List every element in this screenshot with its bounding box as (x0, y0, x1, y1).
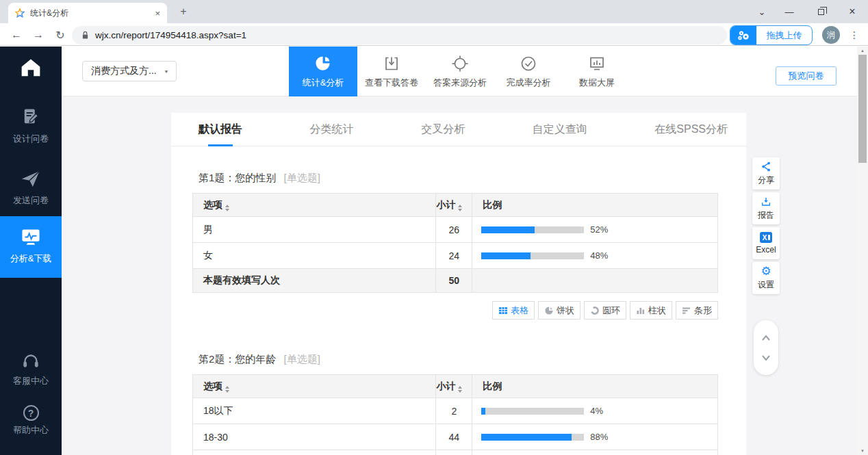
headset-icon (21, 352, 41, 369)
report-tab-cross[interactable]: 交叉分析 (421, 113, 465, 146)
url-text: wjx.cn/report/174954418.aspx?sat=1 (95, 30, 246, 40)
sidebar-label: 发送问卷 (0, 194, 62, 207)
floating-tools: 分享 报告 X Excel ⚙ (752, 157, 780, 297)
preview-questionnaire-button[interactable]: 预览问卷 (776, 66, 837, 86)
netdisk-upload-extension[interactable]: 拖拽上传 (730, 25, 813, 45)
tab-completion-rate[interactable]: 完成率分析 (494, 47, 563, 96)
nav-tab-label: 答案来源分析 (433, 77, 487, 89)
main-nav-tabs: 统计&分析 查看下载答卷 (289, 47, 631, 96)
tab-answer-source-analysis[interactable]: 答案来源分析 (426, 47, 494, 96)
window-close-button[interactable]: × (837, 0, 868, 23)
new-tab-button[interactable]: + (175, 5, 192, 19)
sort-icon[interactable] (225, 205, 229, 211)
excel-export-button[interactable]: X Excel (752, 227, 780, 259)
ratio-cell: 52% (472, 217, 718, 243)
survey-dropdown[interactable]: 消费方式及方... ▼ (82, 61, 177, 81)
back-button[interactable]: ← (8, 27, 25, 43)
minimize-button[interactable]: — (774, 0, 805, 23)
chevron-up-icon[interactable] (760, 334, 772, 341)
pie-icon (544, 306, 554, 315)
question-title-text: 第2题：您的年龄 (199, 353, 276, 365)
restore-icon (818, 9, 824, 15)
sidebar-item-send[interactable]: 发送问卷 (0, 168, 62, 207)
window-chevron-icon[interactable]: ⌄ (750, 0, 774, 23)
chart-type-bar-button[interactable]: 条形 (676, 301, 718, 320)
chart-type-column-button[interactable]: 柱状 (630, 301, 672, 320)
report-tab-spss[interactable]: 在线SPSS分析 (654, 113, 728, 146)
report-tab-custom[interactable]: 自定义查询 (533, 113, 587, 146)
chart-type-table-button[interactable]: 表格 (492, 301, 535, 320)
column-header-ratio: 比例 (472, 375, 718, 398)
address-bar[interactable]: wjx.cn/report/174954418.aspx?sat=1 (72, 26, 727, 44)
question-2-title: 第2题：您的年龄 [单选题] (199, 353, 718, 366)
report-download-button[interactable]: 报告 (752, 192, 780, 224)
scrollbar-thumb[interactable] (858, 55, 867, 163)
sidebar-item-service[interactable]: 客服中心 (0, 352, 62, 387)
reload-button[interactable]: ↻ (52, 27, 68, 43)
nav-tab-label: 查看下载答卷 (365, 77, 418, 89)
percent-label: 48% (590, 250, 608, 261)
ratio-bar-fill (481, 252, 531, 259)
share-icon (761, 161, 772, 172)
report-tab-category[interactable]: 分类统计 (310, 113, 354, 146)
settings-button[interactable]: ⚙ 设置 (752, 262, 780, 294)
share-button[interactable]: 分享 (752, 157, 780, 190)
table-row: 18以下 2 4% (193, 398, 718, 424)
scroll-down-icon[interactable]: ▼ (857, 449, 868, 453)
column-header-option[interactable]: 选项 (193, 375, 436, 398)
chart-type-donut-button[interactable]: 圆环 (584, 301, 626, 320)
table-icon (498, 306, 508, 315)
chart-type-pie-button[interactable]: 饼状 (538, 301, 580, 320)
bar-chart-icon (682, 306, 691, 315)
percent-label: 52% (590, 224, 608, 235)
maximize-button[interactable] (805, 0, 837, 23)
question-2-table: 选项 小计 比例 (192, 374, 718, 455)
question-mark: ? (28, 408, 34, 419)
column-header-count[interactable]: 小计 (436, 375, 472, 398)
page-body: 设计问卷 发送问卷 分析&下载 (0, 47, 868, 455)
crosshair-icon (451, 55, 469, 73)
column-header-option[interactable]: 选项 (193, 194, 436, 217)
empty-cell (472, 269, 718, 293)
chevron-down-icon[interactable] (760, 354, 772, 362)
sidebar-item-home[interactable] (0, 56, 62, 80)
sort-icon[interactable] (225, 386, 229, 393)
dropdown-caret-icon: ▼ (164, 68, 169, 73)
gear-icon: ⚙ (761, 265, 771, 277)
main-content: 默认报告 分类统计 交叉分析 自定义查询 在线SPSS分析 第1题：您的性别 [… (62, 96, 857, 455)
profile-avatar[interactable]: 润 (822, 26, 840, 44)
page-scrollbar[interactable]: ▲ ▼ (857, 47, 868, 455)
sidebar-item-help[interactable]: ? 帮助中心 (0, 405, 62, 437)
count-cell: 26 (436, 217, 472, 243)
tab-statistics-analysis[interactable]: 统计&分析 (289, 47, 357, 96)
option-cell: 女 (193, 243, 436, 269)
question-1-table: 选项 小计 比例 (192, 193, 718, 293)
download-answers-icon (383, 55, 400, 73)
table-row: 18-30 44 88% (193, 424, 718, 450)
ratio-cell: 4% (472, 398, 718, 424)
top-bar: 消费方式及方... ▼ 统计&分析 查看下载 (62, 47, 857, 96)
question-1-section: 第1题：您的性别 [单选题] 选项 小计 (171, 172, 746, 455)
report-tab-default[interactable]: 默认报告 (199, 113, 242, 146)
browser-menu-icon[interactable]: ⋮ (848, 27, 860, 43)
browser-tab[interactable]: 统计&分析 × (8, 3, 167, 23)
sort-icon[interactable] (458, 386, 462, 393)
table-footer-row: 本题有效填写人次 50 (193, 269, 718, 293)
nav-tab-label: 数据大屏 (579, 77, 615, 89)
ratio-bar-track (481, 434, 584, 441)
browser-toolbar: ← → ↻ wjx.cn/report/174954418.aspx?sat=1… (0, 23, 868, 46)
scroll-up-icon[interactable]: ▲ (857, 49, 868, 53)
column-header-count[interactable]: 小计 (436, 194, 472, 217)
left-sidebar: 设计问卷 发送问卷 分析&下载 (0, 47, 62, 455)
table-row: 男 26 52% (193, 217, 718, 243)
tab-view-download-answers[interactable]: 查看下载答卷 (357, 47, 426, 96)
sidebar-item-analyze[interactable]: 分析&下载 (0, 216, 62, 278)
extension-label: 拖拽上传 (756, 26, 812, 44)
forward-button[interactable]: → (30, 27, 47, 43)
sidebar-item-design[interactable]: 设计问卷 (0, 107, 62, 145)
tab-data-screen[interactable]: 数据大屏 (563, 47, 631, 96)
tab-close-icon[interactable]: × (155, 8, 160, 18)
sort-icon[interactable] (458, 205, 462, 211)
option-cell: 18以下 (193, 398, 436, 424)
valid-responses-count: 50 (436, 269, 472, 293)
